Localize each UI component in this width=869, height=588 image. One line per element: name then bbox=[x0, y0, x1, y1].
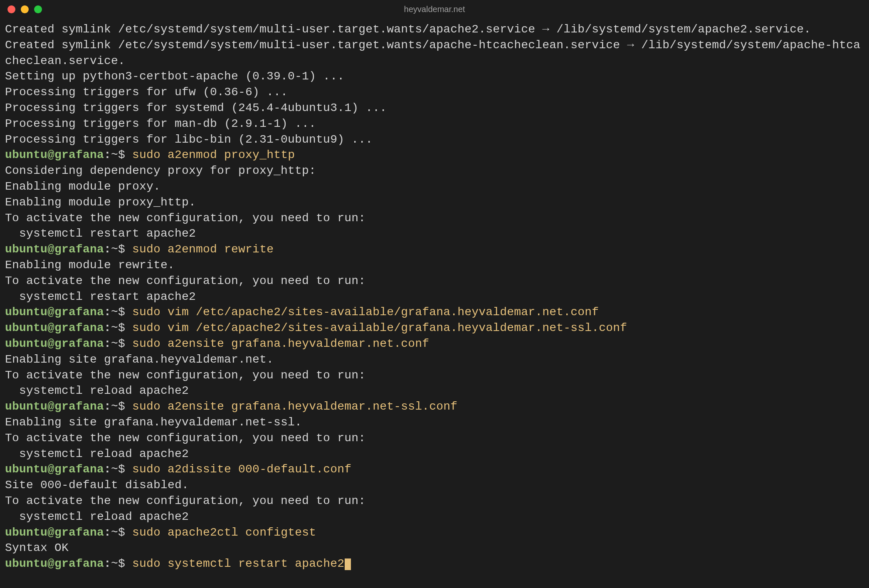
prompt-user-host: ubuntu@grafana bbox=[5, 321, 104, 334]
prompt-path: ~$ bbox=[111, 243, 132, 256]
prompt-separator: : bbox=[104, 321, 111, 334]
output-text: systemctl reload apache2 bbox=[5, 510, 189, 523]
command-text: sudo vim /etc/apache2/sites-available/gr… bbox=[132, 306, 599, 319]
output-text: systemctl reload apache2 bbox=[5, 384, 189, 397]
command-text: sudo apache2ctl configtest bbox=[132, 526, 316, 539]
output-text: Created symlink /etc/systemd/system/mult… bbox=[5, 23, 811, 36]
terminal-line: ubuntu@grafana:~$ sudo vim /etc/apache2/… bbox=[5, 320, 864, 336]
terminal-line: To activate the new configuration, you n… bbox=[5, 368, 864, 383]
command-text: sudo a2enmod proxy_http bbox=[132, 148, 295, 161]
prompt-separator: : bbox=[104, 557, 111, 570]
output-text: Processing triggers for libc-bin (2.31-0… bbox=[5, 133, 373, 146]
prompt-path: ~$ bbox=[111, 463, 132, 476]
terminal-line: systemctl restart apache2 bbox=[5, 226, 864, 242]
output-text: systemctl restart apache2 bbox=[5, 227, 196, 240]
window-title: heyvaldemar.net bbox=[7, 4, 862, 15]
prompt-path: ~$ bbox=[111, 337, 132, 350]
output-text: Enabling module proxy_http. bbox=[5, 196, 196, 209]
terminal-line: To activate the new configuration, you n… bbox=[5, 210, 864, 226]
terminal-line: Created symlink /etc/systemd/system/mult… bbox=[5, 37, 864, 69]
terminal-line: Enabling module rewrite. bbox=[5, 257, 864, 273]
terminal-line: systemctl restart apache2 bbox=[5, 289, 864, 305]
output-text: Processing triggers for systemd (245.4-4… bbox=[5, 101, 387, 114]
terminal-line: ubuntu@grafana:~$ sudo apache2ctl config… bbox=[5, 525, 864, 541]
prompt-path: ~$ bbox=[111, 321, 132, 334]
minimize-button[interactable] bbox=[21, 5, 29, 13]
output-text: To activate the new configuration, you n… bbox=[5, 274, 365, 287]
terminal-line: ubuntu@grafana:~$ sudo a2enmod proxy_htt… bbox=[5, 147, 864, 163]
terminal-line: Setting up python3-certbot-apache (0.39.… bbox=[5, 69, 864, 84]
command-text: sudo systemctl restart apache2 bbox=[132, 557, 344, 570]
terminal-line: Created symlink /etc/systemd/system/mult… bbox=[5, 22, 864, 37]
output-text: Enabling site grafana.heyvaldemar.net. bbox=[5, 353, 274, 366]
terminal-line: Site 000-default disabled. bbox=[5, 477, 864, 493]
output-text: systemctl restart apache2 bbox=[5, 290, 196, 303]
prompt-path: ~$ bbox=[111, 557, 132, 570]
traffic-lights bbox=[7, 5, 42, 13]
terminal-line: Processing triggers for systemd (245.4-4… bbox=[5, 100, 864, 116]
terminal-line: systemctl reload apache2 bbox=[5, 383, 864, 399]
terminal-line: ubuntu@grafana:~$ sudo a2ensite grafana.… bbox=[5, 399, 864, 415]
terminal-line: ubuntu@grafana:~$ sudo systemctl restart… bbox=[5, 556, 864, 572]
command-text: sudo a2dissite 000-default.conf bbox=[132, 463, 351, 476]
output-text: To activate the new configuration, you n… bbox=[5, 432, 365, 445]
terminal-line: To activate the new configuration, you n… bbox=[5, 273, 864, 289]
prompt-path: ~$ bbox=[111, 526, 132, 539]
output-text: Processing triggers for ufw (0.36-6) ... bbox=[5, 86, 288, 99]
terminal-line: Syntax OK bbox=[5, 540, 864, 556]
prompt-path: ~$ bbox=[111, 148, 132, 161]
output-text: Setting up python3-certbot-apache (0.39.… bbox=[5, 70, 344, 83]
output-text: Enabling module rewrite. bbox=[5, 259, 175, 272]
prompt-path: ~$ bbox=[111, 400, 132, 413]
prompt-separator: : bbox=[104, 463, 111, 476]
output-text: Syntax OK bbox=[5, 541, 69, 554]
output-text: To activate the new configuration, you n… bbox=[5, 369, 365, 382]
terminal-window: heyvaldemar.net Created symlink /etc/sys… bbox=[0, 0, 869, 588]
prompt-user-host: ubuntu@grafana bbox=[5, 526, 104, 539]
terminal-content[interactable]: Created symlink /etc/systemd/system/mult… bbox=[0, 18, 869, 588]
terminal-line: To activate the new configuration, you n… bbox=[5, 493, 864, 509]
prompt-separator: : bbox=[104, 337, 111, 350]
command-text: sudo vim /etc/apache2/sites-available/gr… bbox=[132, 321, 627, 334]
terminal-line: Processing triggers for libc-bin (2.31-0… bbox=[5, 132, 864, 148]
terminal-line: Enabling site grafana.heyvaldemar.net. bbox=[5, 352, 864, 368]
prompt-user-host: ubuntu@grafana bbox=[5, 557, 104, 570]
prompt-separator: : bbox=[104, 148, 111, 161]
command-text: sudo a2ensite grafana.heyvaldemar.net-ss… bbox=[132, 400, 457, 413]
terminal-line: Enabling module proxy_http. bbox=[5, 195, 864, 210]
prompt-user-host: ubuntu@grafana bbox=[5, 148, 104, 161]
terminal-line: Enabling module proxy. bbox=[5, 179, 864, 195]
close-button[interactable] bbox=[7, 5, 15, 13]
prompt-separator: : bbox=[104, 400, 111, 413]
output-text: Processing triggers for man-db (2.9.1-1)… bbox=[5, 117, 316, 130]
prompt-path: ~$ bbox=[111, 306, 132, 319]
titlebar[interactable]: heyvaldemar.net bbox=[0, 0, 869, 18]
prompt-user-host: ubuntu@grafana bbox=[5, 243, 104, 256]
command-text: sudo a2enmod rewrite bbox=[132, 243, 274, 256]
terminal-line: systemctl reload apache2 bbox=[5, 509, 864, 525]
output-text: To activate the new configuration, you n… bbox=[5, 212, 365, 225]
terminal-line: Processing triggers for man-db (2.9.1-1)… bbox=[5, 116, 864, 132]
terminal-line: Considering dependency proxy for proxy_h… bbox=[5, 163, 864, 179]
terminal-line: ubuntu@grafana:~$ sudo a2ensite grafana.… bbox=[5, 336, 864, 352]
cursor bbox=[345, 558, 351, 570]
output-text: Enabling site grafana.heyvaldemar.net-ss… bbox=[5, 416, 302, 429]
prompt-user-host: ubuntu@grafana bbox=[5, 306, 104, 319]
command-text: sudo a2ensite grafana.heyvaldemar.net.co… bbox=[132, 337, 429, 350]
prompt-separator: : bbox=[104, 243, 111, 256]
output-text: To activate the new configuration, you n… bbox=[5, 494, 365, 507]
prompt-separator: : bbox=[104, 306, 111, 319]
output-text: systemctl reload apache2 bbox=[5, 447, 189, 460]
terminal-line: ubuntu@grafana:~$ sudo a2enmod rewrite bbox=[5, 242, 864, 257]
terminal-line: Processing triggers for ufw (0.36-6) ... bbox=[5, 84, 864, 100]
prompt-user-host: ubuntu@grafana bbox=[5, 400, 104, 413]
prompt-user-host: ubuntu@grafana bbox=[5, 337, 104, 350]
maximize-button[interactable] bbox=[34, 5, 42, 13]
terminal-line: ubuntu@grafana:~$ sudo a2dissite 000-def… bbox=[5, 462, 864, 477]
terminal-line: systemctl reload apache2 bbox=[5, 446, 864, 462]
terminal-line: ubuntu@grafana:~$ sudo vim /etc/apache2/… bbox=[5, 304, 864, 320]
output-text: Considering dependency proxy for proxy_h… bbox=[5, 164, 316, 177]
prompt-separator: : bbox=[104, 526, 111, 539]
output-text: Site 000-default disabled. bbox=[5, 479, 189, 492]
terminal-line: Enabling site grafana.heyvaldemar.net-ss… bbox=[5, 415, 864, 430]
